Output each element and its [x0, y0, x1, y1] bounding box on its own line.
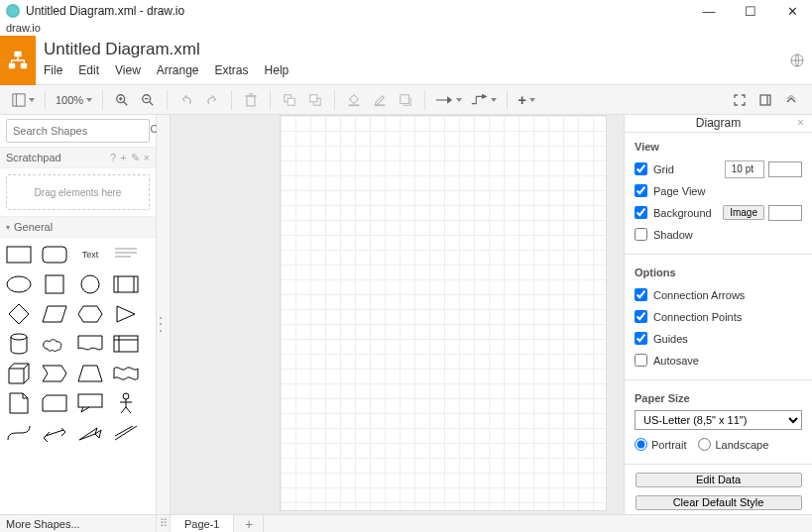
search-shapes-input[interactable]	[6, 119, 150, 143]
view-dropdown[interactable]	[8, 88, 39, 112]
shape-rectangle[interactable]	[4, 244, 34, 266]
menu-help[interactable]: Help	[265, 63, 290, 77]
shape-triangle[interactable]	[111, 303, 141, 325]
papersize-select[interactable]: US-Letter (8,5" x 11")	[635, 410, 802, 430]
scratchpad-dropzone[interactable]: Drag elements here	[6, 174, 150, 210]
portrait-radio[interactable]	[635, 438, 647, 451]
shape-ellipse[interactable]	[4, 273, 34, 295]
shape-process[interactable]	[111, 273, 141, 295]
shape-bidir-arrow[interactable]	[40, 422, 69, 444]
insert-dropdown[interactable]: +	[514, 88, 539, 112]
close-panel-icon[interactable]: ×	[797, 116, 804, 130]
svg-rect-24	[760, 95, 770, 105]
zoom-out-button[interactable]	[135, 88, 161, 112]
conn-arrows-checkbox[interactable]	[635, 288, 647, 301]
fullscreen-button[interactable]	[727, 88, 753, 112]
menu-view[interactable]: View	[115, 63, 141, 77]
general-section-label[interactable]: General	[14, 221, 53, 233]
zoom-dropdown[interactable]: 100%	[52, 88, 96, 112]
pageview-label: Page View	[653, 185, 705, 197]
svg-point-33	[7, 276, 31, 292]
help-icon[interactable]: ?	[110, 152, 116, 163]
shadow-label: Shadow	[653, 229, 693, 241]
clear-style-button[interactable]: Clear Default Style	[636, 495, 802, 510]
shape-tape[interactable]	[111, 363, 141, 384]
redo-button[interactable]	[199, 88, 225, 112]
zoom-in-button[interactable]	[109, 88, 135, 112]
close-button[interactable]: ✕	[778, 2, 806, 20]
minimize-button[interactable]: —	[695, 2, 723, 20]
connection-dropdown[interactable]	[431, 88, 466, 112]
shape-parallelogram[interactable]	[40, 303, 69, 325]
guides-checkbox[interactable]	[635, 332, 647, 345]
conn-points-checkbox[interactable]	[635, 310, 647, 323]
vertical-splitter[interactable]	[157, 115, 171, 514]
waypoint-dropdown[interactable]	[466, 88, 501, 112]
shadow-button[interactable]	[393, 88, 418, 112]
menu-arrange[interactable]: Arrange	[157, 63, 199, 77]
shape-rounded-rect[interactable]	[40, 244, 69, 266]
document-title[interactable]: Untitled Diagram.xml	[44, 36, 782, 59]
shadow-checkbox[interactable]	[635, 228, 647, 241]
format-panel-button[interactable]	[753, 88, 778, 112]
page-tab[interactable]: Page-1	[171, 515, 234, 532]
edit-icon[interactable]: ✎	[131, 152, 140, 164]
background-color-swatch[interactable]	[768, 205, 802, 221]
autosave-checkbox[interactable]	[635, 354, 647, 367]
shape-cylinder[interactable]	[4, 333, 34, 355]
background-image-button[interactable]: Image	[723, 205, 764, 220]
shape-note[interactable]	[4, 392, 34, 414]
menu-extras[interactable]: Extras	[215, 63, 249, 77]
shape-arrow[interactable]	[75, 422, 105, 444]
shape-trapezoid[interactable]	[75, 363, 105, 384]
add-icon[interactable]: +	[120, 152, 126, 163]
svg-line-50	[115, 426, 137, 440]
grid-color-swatch[interactable]	[768, 161, 802, 177]
shape-hexagon[interactable]	[75, 303, 105, 325]
canvas-area[interactable]	[171, 115, 624, 514]
menu-edit[interactable]: Edit	[78, 63, 99, 77]
to-front-button[interactable]	[277, 88, 302, 112]
fill-color-button[interactable]	[341, 88, 367, 112]
diagram-page[interactable]	[280, 115, 607, 511]
background-checkbox[interactable]	[635, 206, 647, 219]
svg-rect-19	[310, 94, 317, 101]
svg-rect-21	[375, 104, 386, 106]
shape-text[interactable]: Text	[75, 244, 105, 266]
undo-button[interactable]	[174, 88, 199, 112]
shape-actor[interactable]	[111, 392, 141, 414]
grid-checkbox[interactable]	[635, 162, 647, 175]
shape-callout[interactable]	[75, 392, 105, 414]
shape-textbox[interactable]	[111, 244, 141, 266]
shape-link[interactable]	[111, 422, 141, 444]
shape-cube[interactable]	[4, 363, 34, 384]
line-color-button[interactable]	[367, 88, 393, 112]
grid-size-input[interactable]: 10 pt	[725, 160, 764, 178]
delete-button[interactable]	[238, 88, 264, 112]
shape-square[interactable]	[40, 273, 69, 295]
svg-rect-0	[14, 52, 21, 57]
edit-data-button[interactable]: Edit Data	[636, 473, 802, 487]
collapse-button[interactable]	[778, 88, 804, 112]
shape-internal-storage[interactable]	[111, 333, 141, 355]
language-icon[interactable]	[782, 36, 812, 84]
shape-document[interactable]	[75, 333, 105, 355]
more-shapes-button[interactable]: More Shapes...	[0, 515, 157, 532]
shape-curve[interactable]	[4, 422, 34, 444]
shape-step[interactable]	[40, 363, 69, 384]
footer-handle-icon[interactable]: ⠿	[157, 515, 171, 532]
add-page-button[interactable]: +	[234, 515, 264, 532]
scratchpad-label[interactable]: Scratchpad	[6, 152, 61, 163]
maximize-button[interactable]: ☐	[737, 2, 764, 20]
landscape-radio[interactable]	[698, 438, 711, 451]
shape-cloud[interactable]	[40, 333, 69, 355]
svg-rect-43	[78, 394, 102, 407]
shape-card[interactable]	[40, 392, 69, 414]
to-back-button[interactable]	[302, 88, 328, 112]
close-scratchpad-icon[interactable]: ×	[144, 152, 150, 163]
view-section-label: View	[635, 141, 802, 153]
menu-file[interactable]: File	[44, 63, 62, 77]
shape-circle[interactable]	[75, 273, 105, 295]
shape-diamond[interactable]	[4, 303, 34, 325]
pageview-checkbox[interactable]	[635, 184, 647, 197]
